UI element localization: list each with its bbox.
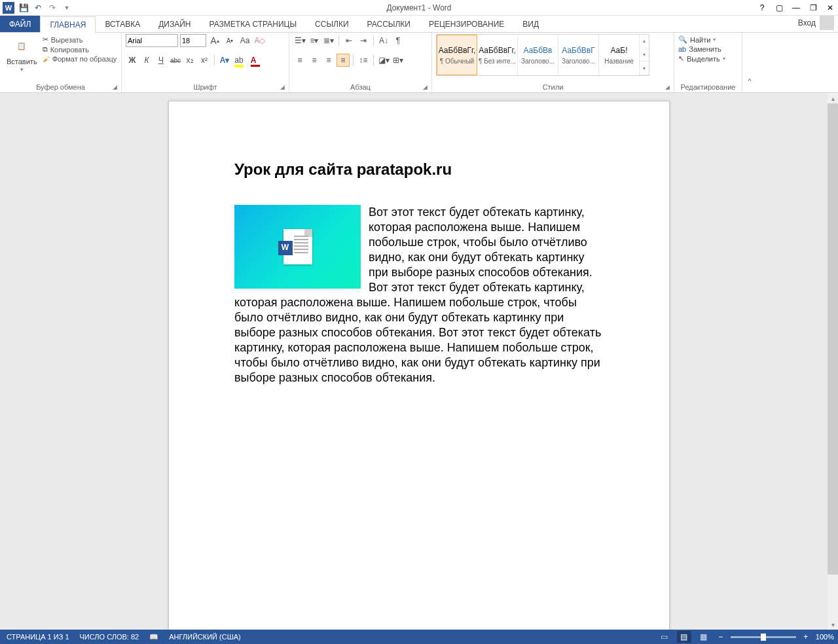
inline-image[interactable]: W <box>234 205 361 289</box>
find-button[interactable]: 🔍Найти▾ <box>678 35 725 44</box>
zoom-handle[interactable] <box>761 634 766 641</box>
collapse-ribbon-button[interactable]: ˄ <box>742 33 757 92</box>
style-item[interactable]: АаБбВвЗаголово... <box>518 35 558 75</box>
copy-button[interactable]: ⧉Копировать <box>43 45 117 54</box>
vertical-scrollbar[interactable]: ▴ ▾ <box>828 93 838 630</box>
align-right-button[interactable]: ≡ <box>322 54 335 67</box>
tab-design[interactable]: ДИЗАЙН <box>149 16 200 32</box>
style-name: ¶ Обычный <box>438 58 476 65</box>
document-body[interactable]: W Вот этот текст будет обтекать картинку… <box>234 205 604 385</box>
ribbon-tabs: ФАЙЛ ГЛАВНАЯ ВСТАВКА ДИЗАЙН РАЗМЕТКА СТР… <box>0 16 838 33</box>
tab-insert[interactable]: ВСТАВКА <box>96 16 149 32</box>
separator <box>353 55 354 65</box>
scroll-up-button[interactable]: ▴ <box>828 93 838 103</box>
status-word-count[interactable]: ЧИСЛО СЛОВ: 82 <box>80 633 139 641</box>
zoom-out-button[interactable]: − <box>716 632 725 641</box>
cut-button[interactable]: ✂Вырезать <box>43 35 117 44</box>
grow-font-button[interactable]: A▴ <box>208 34 221 47</box>
minimize-button[interactable]: — <box>791 3 801 13</box>
tab-view[interactable]: ВИД <box>513 16 548 32</box>
justify-button[interactable]: ≡ <box>337 54 350 67</box>
styles-down-button[interactable]: ▾ <box>640 48 649 62</box>
multilevel-button[interactable]: ≣▾ <box>322 34 335 47</box>
show-marks-button[interactable]: ¶ <box>392 34 405 47</box>
align-center-button[interactable]: ≡ <box>308 54 321 67</box>
redo-button[interactable]: ↷ <box>47 3 58 13</box>
style-name: Название <box>600 58 638 65</box>
scroll-down-button[interactable]: ▾ <box>828 619 838 630</box>
text-effects-button[interactable]: A▾ <box>218 54 231 67</box>
clear-format-button[interactable]: A◇ <box>253 34 266 47</box>
separator <box>214 55 215 65</box>
bullets-button[interactable]: ☰▾ <box>293 34 306 47</box>
style-item[interactable]: АаБбВвГг,¶ Без инте... <box>477 35 518 75</box>
italic-button[interactable]: К <box>140 54 153 67</box>
underline-button[interactable]: Ч <box>155 54 168 67</box>
view-web-button[interactable]: ▦ <box>697 631 711 643</box>
page[interactable]: Урок для сайта paratapok.ru W Вот этот т… <box>168 101 670 630</box>
numbering-button[interactable]: ≡▾ <box>308 34 321 47</box>
format-painter-button[interactable]: 🖌Формат по образцу <box>43 55 117 63</box>
ribbon-display-button[interactable]: ▢ <box>774 3 784 13</box>
scroll-thumb[interactable] <box>828 103 838 575</box>
subscript-button[interactable]: x₂ <box>183 54 196 67</box>
search-icon: 🔍 <box>678 35 687 44</box>
font-launcher[interactable]: ◢ <box>280 84 285 90</box>
font-name-combo[interactable] <box>126 34 178 47</box>
zoom-slider[interactable] <box>731 636 796 638</box>
save-button[interactable]: 💾 <box>18 3 29 13</box>
superscript-button[interactable]: x² <box>198 54 211 67</box>
select-button[interactable]: ↖Выделить▾ <box>678 54 725 63</box>
word-logo-icon: W <box>3 2 14 14</box>
styles-more-button[interactable]: ▾ <box>640 62 649 75</box>
status-page[interactable]: СТРАНИЦА 1 ИЗ 1 <box>7 633 69 641</box>
maximize-button[interactable]: ❐ <box>808 3 818 13</box>
zoom-in-button[interactable]: + <box>801 632 811 641</box>
group-editing: 🔍Найти▾ abЗаменить ↖Выделить▾ Редактиров… <box>674 33 742 92</box>
tab-layout[interactable]: РАЗМЕТКА СТРАНИЦЫ <box>200 16 306 32</box>
view-print-button[interactable]: ▤ <box>677 631 691 643</box>
style-item[interactable]: АаБбВвГЗаголово... <box>558 35 599 75</box>
paragraph-launcher[interactable]: ◢ <box>423 84 428 90</box>
view-read-button[interactable]: ▭ <box>657 631 672 643</box>
sign-in-link[interactable]: Вход <box>798 18 816 27</box>
tab-home[interactable]: ГЛАВНАЯ <box>40 16 96 33</box>
qat-dropdown[interactable]: ▼ <box>62 3 72 13</box>
font-color-button[interactable]: A <box>247 54 260 67</box>
shading-button[interactable]: ◪▾ <box>377 54 390 67</box>
status-language[interactable]: АНГЛИЙСКИЙ (США) <box>169 633 241 641</box>
zoom-level[interactable]: 100% <box>816 633 834 641</box>
style-item[interactable]: АаБ!Название <box>599 35 640 75</box>
borders-button[interactable]: ⊞▾ <box>392 54 405 67</box>
brush-icon: 🖌 <box>43 55 50 63</box>
decrease-indent-button[interactable]: ⇤ <box>342 34 355 47</box>
undo-button[interactable]: ↶ <box>33 3 43 13</box>
change-case-button[interactable]: Aa <box>238 34 251 47</box>
document-title[interactable]: Урок для сайта paratapok.ru <box>234 160 604 179</box>
shrink-font-button[interactable]: A▾ <box>223 34 236 47</box>
tab-references[interactable]: ССЫЛКИ <box>306 16 357 32</box>
style-preview: АаБбВвГ <box>562 46 594 55</box>
clipboard-launcher[interactable]: ◢ <box>113 84 117 90</box>
help-button[interactable]: ? <box>757 3 767 13</box>
highlight-button[interactable]: ab <box>232 54 246 67</box>
avatar-icon[interactable] <box>820 16 834 30</box>
tab-review[interactable]: РЕЦЕНЗИРОВАНИЕ <box>420 16 513 32</box>
align-left-button[interactable]: ≡ <box>293 54 306 67</box>
increase-indent-button[interactable]: ⇥ <box>357 34 370 47</box>
tab-mailings[interactable]: РАССЫЛКИ <box>358 16 420 32</box>
paste-button[interactable]: 📋 Вставить ▼ <box>4 34 40 74</box>
styles-launcher[interactable]: ◢ <box>665 84 670 90</box>
strike-button[interactable]: abc <box>169 54 182 67</box>
styles-up-button[interactable]: ▴ <box>640 35 649 48</box>
line-spacing-button[interactable]: ↕≡ <box>357 54 370 67</box>
sort-button[interactable]: A↓ <box>377 34 390 47</box>
font-size-combo[interactable] <box>180 34 206 47</box>
tab-file[interactable]: ФАЙЛ <box>0 16 40 32</box>
replace-button[interactable]: abЗаменить <box>678 45 725 53</box>
status-proofing-icon[interactable]: 📖 <box>149 633 158 641</box>
separator <box>373 55 374 65</box>
bold-button[interactable]: Ж <box>126 54 139 67</box>
close-button[interactable]: ✕ <box>825 3 835 13</box>
style-item[interactable]: АаБбВвГг,¶ Обычный <box>437 35 477 75</box>
